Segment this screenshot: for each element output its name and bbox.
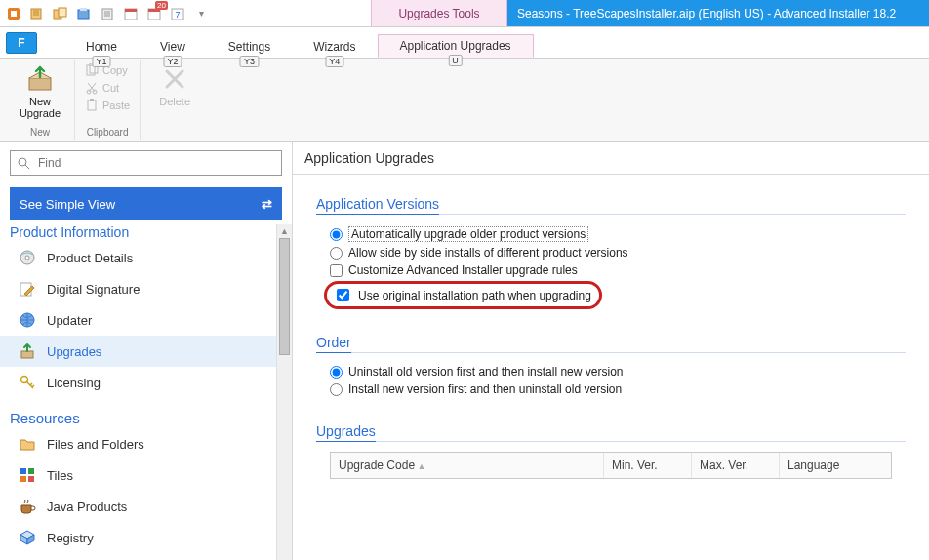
new-upgrade-button[interactable]: New Upgrade xyxy=(14,62,66,119)
qat-icon-badge[interactable]: 20 xyxy=(144,4,164,23)
nav-label: Files and Folders xyxy=(47,437,144,452)
delete-x-icon xyxy=(160,64,189,94)
section-product-information: Product Information xyxy=(0,224,276,242)
group-label-new: New xyxy=(30,125,50,138)
radio-label: Automatically upgrade older product vers… xyxy=(348,226,588,242)
col-language[interactable]: Language xyxy=(780,453,891,478)
qat-icon-4[interactable] xyxy=(98,4,117,23)
right-pane: Application Upgrades Application Version… xyxy=(293,142,929,560)
tab-home[interactable]: HomeY1 xyxy=(64,36,139,58)
tab-settings[interactable]: SettingsY3 xyxy=(207,36,292,58)
tab-wizards[interactable]: WizardsY4 xyxy=(292,36,377,58)
qat-dropdown-icon[interactable]: ▾ xyxy=(191,4,211,23)
nav-label: Digital Signature xyxy=(47,282,140,297)
nav-digital-signature[interactable]: Digital Signature xyxy=(0,273,276,304)
keytip: Y4 xyxy=(325,56,343,67)
keytip: Y1 xyxy=(92,56,110,67)
find-input[interactable] xyxy=(36,155,275,171)
radio-input[interactable] xyxy=(330,366,343,379)
svg-rect-26 xyxy=(21,351,33,358)
qat-icon-6[interactable]: 7 xyxy=(168,4,187,23)
svg-rect-5 xyxy=(78,10,89,19)
svg-rect-20 xyxy=(90,99,94,101)
nav-licensing[interactable]: Licensing xyxy=(0,367,276,398)
checkbox-use-original-path[interactable] xyxy=(337,289,349,301)
check-label: Customize Advanced Installer upgrade rul… xyxy=(348,263,578,277)
file-tab[interactable]: F xyxy=(6,32,37,54)
qat-icon-5[interactable] xyxy=(121,4,141,23)
swap-icon: ⇄ xyxy=(262,197,272,212)
col-upgrade-code[interactable]: Upgrade Code xyxy=(331,453,604,478)
radio-auto-upgrade[interactable]: Automatically upgrade older product vers… xyxy=(316,224,906,244)
radio-side-by-side[interactable]: Allow side by side installs of different… xyxy=(316,244,906,261)
nav-product-details[interactable]: Product Details xyxy=(0,242,276,273)
scissors-icon xyxy=(85,81,99,95)
cut-label: Cut xyxy=(102,82,119,94)
col-max-ver[interactable]: Max. Ver. xyxy=(692,453,780,478)
simple-view-label: See Simple View xyxy=(20,197,115,212)
paste-label: Paste xyxy=(102,100,130,111)
search-icon xyxy=(17,156,30,170)
find-box[interactable] xyxy=(10,150,282,176)
qat-icon-1[interactable] xyxy=(27,4,47,23)
radio-label: Allow side by side installs of different… xyxy=(348,246,628,260)
key-icon xyxy=(18,373,37,392)
tab-application-upgrades[interactable]: Application UpgradesU xyxy=(378,34,534,58)
cube-icon xyxy=(18,528,37,547)
qat-icon-3[interactable] xyxy=(74,4,94,23)
nav-upgrades[interactable]: Upgrades xyxy=(0,336,276,367)
radio-input[interactable] xyxy=(330,383,343,396)
main-area: See Simple View ⇄ Product Information Pr… xyxy=(0,142,929,560)
check-customize-rules[interactable]: Customize Advanced Installer upgrade rul… xyxy=(316,261,906,279)
nav-list: Product Information Product Details Digi… xyxy=(0,224,276,560)
nav-tiles[interactable]: Tiles xyxy=(0,460,276,491)
box-up-icon xyxy=(25,64,55,94)
svg-rect-29 xyxy=(28,468,34,474)
delete-label: Delete xyxy=(159,96,190,107)
nav-label: Product Details xyxy=(47,251,133,265)
keytip: Y3 xyxy=(240,56,259,67)
nav-java-products[interactable]: Java Products xyxy=(0,491,276,522)
ribbon-group-delete: Delete xyxy=(141,60,209,140)
svg-rect-14 xyxy=(29,78,51,90)
upgrades-table-header: Upgrade Code Min. Ver. Max. Ver. Languag… xyxy=(330,452,892,479)
left-scrollbar[interactable]: ▲ xyxy=(276,224,292,560)
radio-input[interactable] xyxy=(330,228,343,241)
keytip: Y2 xyxy=(163,56,182,67)
page-header: Application Upgrades xyxy=(293,142,929,175)
nav-updater[interactable]: Updater xyxy=(0,304,276,336)
qat-badge: 20 xyxy=(155,1,168,10)
nav-registry[interactable]: Registry xyxy=(0,522,276,553)
radio-input[interactable] xyxy=(330,247,343,260)
nav-files-folders[interactable]: Files and Folders xyxy=(0,428,276,460)
tab-view[interactable]: ViewY2 xyxy=(139,36,207,58)
qat-icon-2[interactable] xyxy=(51,4,70,23)
cut-button[interactable]: Cut xyxy=(83,80,121,96)
svg-rect-1 xyxy=(11,11,17,17)
clipboard-icon xyxy=(85,99,99,112)
nav-label: Licensing xyxy=(47,376,101,390)
nav-label: Java Products xyxy=(47,500,127,514)
nav-label: Updater xyxy=(47,313,92,328)
svg-rect-9 xyxy=(125,9,137,12)
group-application-versions: Application Versions xyxy=(316,196,439,215)
globe-icon xyxy=(18,310,37,330)
svg-rect-30 xyxy=(20,476,26,482)
radio-install-first[interactable]: Install new version first and then unins… xyxy=(316,380,906,398)
page-content: Application Versions Automatically upgra… xyxy=(293,175,929,560)
tab-label: Wizards xyxy=(313,40,355,54)
radio-label: Install new version first and then unins… xyxy=(348,382,622,396)
group-label-clipboard: Clipboard xyxy=(87,125,129,138)
paste-button[interactable]: Paste xyxy=(83,98,132,113)
checkbox-input[interactable] xyxy=(330,264,343,277)
simple-view-button[interactable]: See Simple View ⇄ xyxy=(10,187,282,220)
radio-uninstall-first[interactable]: Uninstall old version first and then ins… xyxy=(316,363,906,380)
ribbon-group-new: New Upgrade New xyxy=(6,60,75,140)
new-upgrade-label: New Upgrade xyxy=(14,96,66,119)
window-title: Seasons - TreeScapesInstaller.aip (Engli… xyxy=(507,0,929,26)
tab-label: Home xyxy=(86,40,117,54)
title-bar: 20 7 ▾ Upgrades Tools Seasons - TreeScap… xyxy=(0,0,929,27)
delete-button[interactable]: Delete xyxy=(148,62,201,107)
left-pane: See Simple View ⇄ Product Information Pr… xyxy=(0,142,293,560)
col-min-ver[interactable]: Min. Ver. xyxy=(604,453,692,478)
